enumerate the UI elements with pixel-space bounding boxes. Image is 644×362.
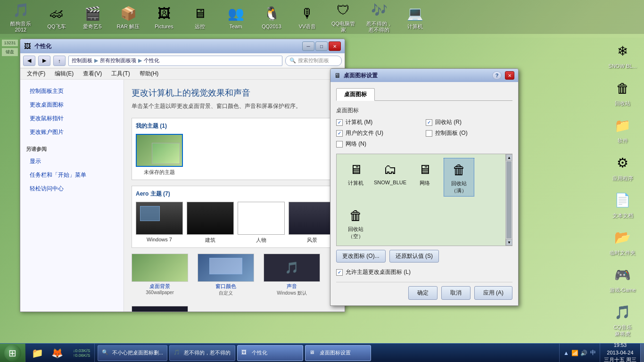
desktop-icon-remote[interactable]: 🖥 远控 [184,2,216,32]
sidebar-display[interactable]: 显示 [26,156,118,167]
change-icon-btn[interactable]: 更改图标 (O)... [336,250,386,263]
taskbar-app-personalize[interactable]: 🖼 个性化 [237,345,303,361]
desktop-icon-rar[interactable]: 📦 RAR 解压 [112,2,144,32]
menu-edit[interactable]: 编辑(E) [52,69,76,79]
pin-browser[interactable]: 🦊 [48,345,66,362]
preview-snowblue[interactable]: 🗂 SNOW_BLUE [375,158,405,197]
scroll-up[interactable]: ▲ [506,154,512,161]
icon-apps[interactable]: ⚙ 应用程序 [605,150,640,183]
desktop-icon-qqpcmgr[interactable]: 🛡 QQ电脑管家 [327,0,359,35]
cqmusic-icon: 🎵 [611,301,634,323]
clock-time: 19:53 [614,342,627,349]
icon-textdoc[interactable]: 📄 文本文档 [605,187,640,221]
cp-close-btn[interactable]: ✕ [329,41,341,51]
cp-forward-btn[interactable]: ▶ [38,56,50,66]
theme-unsaved[interactable]: 未保存的主题 [136,134,183,176]
icon-recycle[interactable]: 🗑 回收站 [605,75,640,108]
cp-up-btn[interactable]: ↑ [53,56,66,66]
taskbar-clock[interactable]: 19:53 2013-04-24 三月十五 周三 [600,342,640,362]
scroll-thumb[interactable] [506,161,512,239]
desktop-icon-vv[interactable]: 🎙 VV语音 [291,2,323,32]
show-desktop-btn[interactable] [640,344,644,362]
recycle-icon: 🗑 [611,77,634,99]
tray-ime[interactable]: 中 [589,349,597,357]
icon-tempfolder[interactable]: 📂 临时文件夹 [605,224,640,258]
scroll-down[interactable]: ▼ [506,239,512,246]
icon-snow-blue[interactable]: ❄ SNOW BL... [605,38,640,71]
wincolor-thumb [198,254,254,282]
preview-recycle-full[interactable]: 🗑 回收站（满） [444,158,474,197]
preview-network[interactable]: 🖥 网络 [409,158,440,197]
link-sound[interactable]: 🎵 声音 Windows 默认 [264,254,320,296]
dialog-help-btn[interactable]: ? [492,71,502,80]
pin-explorer[interactable]: 📁 [28,345,47,362]
checkbox-computer[interactable]: ✓ 计算机 (M) [336,118,423,126]
desktop-icon-kugou[interactable]: 🎵 酷狗音乐 2012 [5,0,37,35]
checkbox-network[interactable]: 网络 (N) [336,140,423,148]
preview-recycle-empty[interactable]: 🗑 回收站（空） [340,200,371,242]
checkbox-network-label: 网络 (N) [346,140,366,148]
preview-network-label: 网络 [420,180,430,187]
sidebar-change-account-pic[interactable]: 更改账户图片 [26,126,118,138]
desktop-icon-qqracing[interactable]: 🏎 QQ飞车 [41,2,73,32]
aero-theme-jianzhu[interactable]: 建筑 [187,202,234,244]
aero-theme-renwei[interactable]: 人物 [238,202,285,244]
tray-expand[interactable]: ▲ [562,349,570,357]
rar-icon: 📦 [119,4,138,23]
start-button[interactable]: ⊞ [0,344,25,362]
taskbar-app-search[interactable]: 🔍 不小心把桌面图标删... [98,345,167,361]
team-icon: 👥 [226,4,245,23]
dialog-checkboxes: ✓ 计算机 (M) ✓ 回收站 (R) ✓ 用户的文件 (U) [336,118,512,148]
cp-address-path[interactable]: 控制面板 ▶ 所有控制面板项 ▶ 个性化 [68,56,282,66]
sidebar-ease-access[interactable]: 轻松访问中心 [26,183,118,195]
dialog-close-btn[interactable]: ✕ [505,71,514,80]
link-wincolor[interactable]: 窗口颜色 自定义 [198,254,254,296]
dialog-apply-btn[interactable]: 应用 (A) [474,286,512,300]
menu-view[interactable]: 查看(V) [80,69,105,79]
cp-back-btn[interactable]: ◀ [23,56,35,66]
dialog-cancel-btn[interactable]: 取消 [441,286,471,300]
icon-cqmusic[interactable]: 🎵 CQ音乐麻将虎 [605,299,640,338]
menu-file[interactable]: 文件(F) [24,69,48,79]
desktop-icon-qq2013[interactable]: 🐧 QQ2013 [256,2,288,32]
link-screensaver[interactable]: 🚫 屏幕保护程序 无 [132,306,188,312]
link-wallpaper[interactable]: 桌面背景 360wallpaper [132,254,188,296]
cp-maximize-btn[interactable]: □ [315,41,328,51]
sidebar-controlpanel-home[interactable]: 控制面板主页 [26,85,118,97]
check-mark: ✓ [338,120,341,125]
tempfolder-icon: 📂 [611,226,634,249]
cp-search[interactable]: 🔍 搜索控制面板 [285,56,342,66]
desktop-icon-computer-top[interactable]: 💻 计算机 [399,2,431,32]
desktop-icon-team[interactable]: 👥 Team [220,2,252,32]
aero-thumb-fengjing [289,202,336,235]
cqmusic-label: CQ音乐麻将虎 [613,324,632,337]
desktop-icon-iqiyi[interactable]: 🎬 爱奇艺5 [76,2,108,32]
icon-software[interactable]: 📁 软件 [605,112,640,146]
desktop-icon-music2[interactable]: 🎶 惹不得的，惹不得的 [363,0,395,35]
restore-default-btn[interactable]: 还原默认值 (S) [389,250,439,263]
sidebar-taskbar-start[interactable]: 任务栏和「开始」菜单 [26,169,118,181]
aero-theme-win7[interactable]: Windows 7 [136,202,183,244]
menu-help[interactable]: 帮助(H) [137,69,162,79]
desktop-icon-pictures[interactable]: 🖼 Pictures [148,2,180,32]
aero-theme-fengjing[interactable]: 风景 [289,202,336,244]
sidebar-change-cursor[interactable]: 更改鼠标指针 [26,113,118,124]
sidebar-change-desktop-icon[interactable]: 更改桌面图标 [26,99,118,111]
icon-games[interactable]: 🎮 游戏-Game [605,262,640,295]
dialog-ok-btn[interactable]: 确定 [408,286,438,300]
checkbox-controlpanel[interactable]: 控制面板 (O) [426,129,512,137]
allow-themes-row[interactable]: ✓ 允许主题更改桌面图标 (L) [336,268,512,276]
checkbox-userfiles[interactable]: ✓ 用户的文件 (U) [336,129,423,137]
dialog-tab-desktop-icon[interactable]: 桌面图标 [336,88,375,101]
checkbox-recycle[interactable]: ✓ 回收站 (R) [426,118,512,126]
cp-content: 控制面板主页 更改桌面图标 更改鼠标指针 更改账户图片 另请参阅 显示 任务栏和… [20,80,345,312]
theme-unsaved-label: 未保存的主题 [144,169,175,176]
menu-tools[interactable]: 工具(T) [108,69,132,79]
preview-computer[interactable]: 🖥 计算机 [340,158,371,197]
cp-minimize-btn[interactable]: ─ [302,41,314,51]
icon-preview-area: 🖥 计算机 🗂 SNOW_BLUE 🖥 网络 🗑 回收站（满） 🗑 [336,154,512,246]
taskbar-app-music[interactable]: 🎵 惹不得的，惹不得的 [169,345,235,361]
tray-network[interactable]: 📶 [571,349,579,357]
tray-volume[interactable]: 🔊 [580,349,588,357]
taskbar-app-desktopicon[interactable]: 🖥 桌面图标设置 [305,345,371,361]
